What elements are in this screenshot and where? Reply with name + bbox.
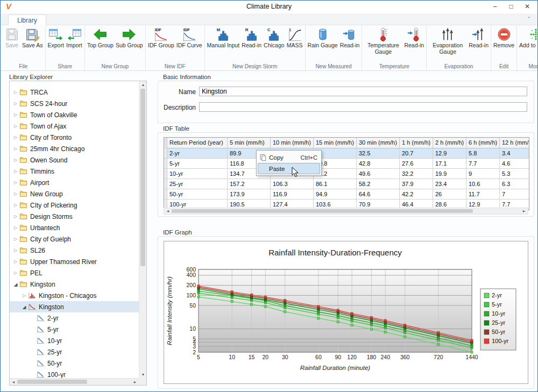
ribbon-button-top-group[interactable]: Top Group (86, 26, 115, 49)
expand-icon[interactable]: ▷ (12, 124, 19, 129)
table-horizontal-scrollbar[interactable]: ◄ ► (164, 208, 528, 215)
column-header-1[interactable]: 5 min (mm/h) (228, 138, 271, 148)
tree-item-city-of-pickering[interactable]: ▷CIty of Pickering (10, 199, 139, 211)
expand-icon[interactable]: ▷ (12, 203, 19, 208)
table-cell[interactable]: 5.3 (500, 169, 529, 179)
table-cell[interactable]: 4.6 (500, 159, 529, 169)
column-header-7[interactable]: 6 h (mm/h) (466, 138, 500, 148)
column-header-0[interactable]: Return Period (year) (167, 138, 228, 148)
tree-item-owen-sound[interactable]: ▷Owen Sound (10, 154, 139, 166)
ribbon-button-save-as[interactable]: Save As (21, 26, 44, 49)
table-cell[interactable]: 173.9 (228, 189, 271, 199)
collapse-icon[interactable]: ◢ (12, 282, 19, 287)
description-input[interactable] (199, 102, 527, 112)
ribbon-button-import[interactable]: Import (65, 26, 83, 49)
tree-hscroll-thumb[interactable] (17, 380, 87, 384)
table-cell[interactable]: 86.1 (314, 179, 357, 189)
close-button[interactable]: ✕ (519, 1, 535, 12)
ribbon-button-idf-group[interactable]: IDFIDF Group (147, 26, 175, 49)
table-cell[interactable]: 64.6 (357, 189, 400, 199)
tree-item-kingston[interactable]: ◢Kingston (10, 301, 139, 312)
table-cell[interactable]: 26 (433, 189, 466, 199)
ribbon-button-evaporation-gauge[interactable]: Evaporation Gauge (428, 26, 468, 55)
expand-icon[interactable]: ▷ (12, 237, 19, 241)
scroll-up-icon[interactable]: ▲ (139, 81, 147, 88)
ribbon-button-rain-gauge[interactable]: Rain Gauge (307, 26, 339, 49)
column-header-6[interactable]: 2 h (mm/h) (433, 138, 466, 148)
tree-item-upper-thamosed-river[interactable]: ▷Upper Thamosed River (10, 256, 139, 267)
column-header-2[interactable]: 10 min (mm/h) (271, 138, 314, 148)
table-hscroll-thumb[interactable] (172, 209, 473, 213)
ribbon-button-manual-input[interactable]: MManual Input (206, 26, 241, 49)
tree-item-50-yr[interactable]: 50-yr (10, 358, 139, 369)
table-cell[interactable]: 157.2 (228, 179, 271, 189)
ribbon-button-read-in[interactable]: Read-in (468, 26, 490, 49)
table-cell[interactable]: 5.8 (466, 148, 500, 159)
expand-icon[interactable]: ▷ (20, 293, 28, 298)
tree-item-timmins[interactable]: ▷Timmins (10, 166, 139, 177)
tree-item-city-of-toronto[interactable]: ▷City of Toronto (10, 132, 139, 143)
expand-icon[interactable]: ▷ (12, 259, 19, 264)
context-menu-item-paste[interactable]: Paste (258, 163, 320, 174)
scroll-left-icon[interactable]: ◄ (10, 379, 17, 386)
table-cell[interactable]: 12.9 (433, 148, 466, 159)
expand-icon[interactable]: ▷ (12, 191, 19, 196)
expand-icon[interactable]: ▷ (12, 169, 19, 174)
table-cell[interactable]: 27.6 (400, 159, 433, 169)
ribbon-button-read-in[interactable]: Read-in (339, 26, 361, 49)
column-header-5[interactable]: 1 h (mm/h) (400, 138, 433, 148)
maximize-button[interactable]: □ (503, 1, 519, 12)
column-header-8[interactable]: 12 h (mm/h) (500, 138, 529, 148)
tree-item-25-yr[interactable]: 25-yr (10, 346, 139, 358)
tab-library[interactable]: Library (8, 15, 46, 25)
table-cell[interactable]: 106.3 (271, 179, 314, 189)
table-cell[interactable]: 2-yr (167, 148, 228, 159)
collapse-icon[interactable]: ◢ (20, 304, 28, 310)
context-menu-item-copy[interactable]: CopyCtrl+C (258, 152, 320, 163)
table-cell[interactable]: 17.1 (433, 159, 466, 169)
ribbon-collapse-icon[interactable]: ⌃ (527, 16, 531, 22)
scroll-right-icon[interactable]: ► (520, 208, 528, 214)
expand-icon[interactable]: ▷ (12, 112, 19, 117)
tree-item-new-group[interactable]: ▷New Group (10, 188, 139, 199)
column-header-4[interactable]: 30 min (mm/h) (357, 138, 400, 148)
table-cell[interactable]: 49.6 (357, 169, 400, 179)
column-header-3[interactable]: 15 min (mm/h) (314, 138, 357, 148)
tree-item-airport[interactable]: ▷Airport (10, 177, 139, 188)
ribbon-button-chicago[interactable]: CChicago (263, 26, 286, 49)
ribbon-button-read-in[interactable]: Read-in (403, 26, 425, 49)
table-cell[interactable]: 42.8 (357, 159, 400, 169)
table-cell[interactable]: 5-yr (167, 159, 228, 169)
ribbon-button-save[interactable]: Save (3, 26, 21, 49)
table-cell[interactable]: 58.2 (357, 179, 400, 189)
tree-item-5-yr[interactable]: 5-yr (10, 324, 139, 335)
tree-horizontal-scrollbar[interactable]: ◄ ► (10, 378, 139, 385)
expand-icon[interactable]: ▷ (12, 90, 19, 95)
table-cell[interactable]: 116.9 (271, 189, 314, 199)
table-cell[interactable]: 19.9 (433, 169, 466, 179)
table-cell[interactable]: 32.5 (357, 148, 400, 159)
minimize-button[interactable]: – (487, 1, 503, 12)
expand-icon[interactable]: ▷ (12, 180, 19, 185)
ribbon-button-read-in[interactable]: RRead-in (240, 26, 263, 49)
expand-icon[interactable]: ▷ (12, 248, 19, 253)
table-cell[interactable]: 6.3 (500, 179, 529, 189)
ribbon-button-temperature-gauge[interactable]: Temperature Gauge (363, 26, 403, 55)
tree-item-town-of-ajax[interactable]: ▷Town of Ajax (10, 120, 139, 132)
table-cell[interactable]: 11.7 (466, 189, 500, 199)
table-cell[interactable]: 23.4 (433, 179, 466, 189)
name-input[interactable] (199, 87, 527, 96)
expand-icon[interactable]: ▷ (12, 146, 19, 151)
scroll-left-icon[interactable]: ◄ (164, 208, 172, 214)
table-cell[interactable]: 7.7 (466, 159, 500, 169)
expand-icon[interactable]: ▷ (12, 135, 19, 140)
ribbon-button-export[interactable]: Export (47, 26, 65, 49)
tree-item-kingston[interactable]: ◢Kingston (10, 279, 139, 290)
tree-vscroll-thumb[interactable] (140, 89, 145, 266)
scroll-down-icon[interactable]: ▼ (139, 371, 147, 378)
table-cell[interactable]: 10-yr (167, 169, 228, 179)
tree-item-urbantech[interactable]: ▷Urbantech (10, 222, 139, 233)
tree-item-100-yr[interactable]: 100-yr (10, 369, 139, 378)
ribbon-button-add-to-model[interactable]: Add to Model (518, 26, 537, 49)
table-cell[interactable]: 7 (500, 189, 529, 199)
